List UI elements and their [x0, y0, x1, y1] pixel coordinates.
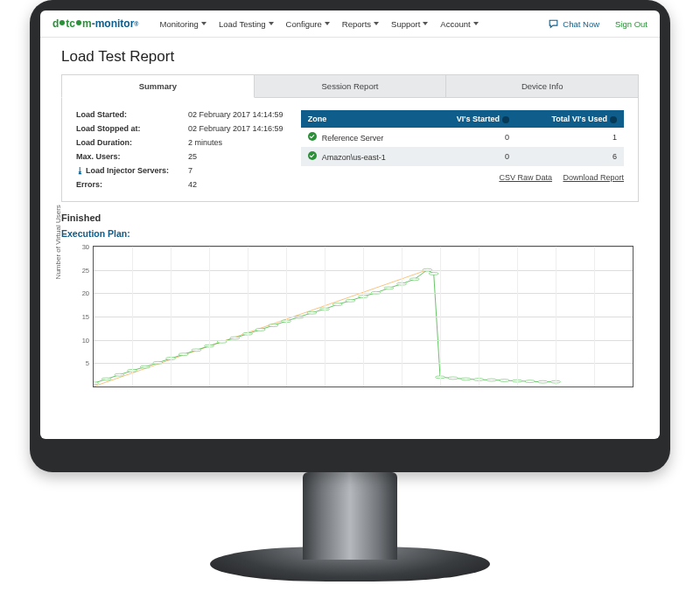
logo-text: d	[52, 17, 59, 30]
svg-point-35	[525, 380, 535, 383]
chevron-down-icon	[473, 22, 479, 25]
svg-point-33	[500, 380, 509, 382]
download-report-link[interactable]: Download Report	[563, 173, 624, 182]
meta-value: 2 minutes	[188, 138, 284, 147]
meta-label: Load Stopped at:	[76, 124, 169, 133]
svg-point-1	[102, 378, 111, 380]
nav-configure[interactable]: Configure	[286, 19, 330, 29]
chart-plot-area: 51015202530	[93, 246, 634, 387]
svg-point-4	[140, 366, 150, 368]
nav-reports[interactable]: Reports	[342, 19, 379, 29]
svg-point-32	[486, 379, 496, 381]
nav-monitoring[interactable]: Monitoring	[160, 19, 206, 29]
execution-plan-chart: Number of Virtual Users 51015202530	[61, 242, 639, 391]
csv-raw-data-link[interactable]: CSV Raw Data	[499, 173, 552, 182]
zone-col-header: Total VI's Used	[516, 110, 624, 128]
chart-y-tick: 25	[82, 266, 89, 274]
summary-panel: Load Started: 02 February 2017 14:14:59 …	[61, 98, 639, 202]
nav-account[interactable]: Account	[440, 19, 478, 29]
logo-dot-icon	[76, 20, 81, 25]
svg-point-20	[346, 299, 355, 302]
svg-point-10	[217, 340, 227, 343]
page-title: Load Test Report	[61, 48, 639, 66]
svg-point-30	[461, 378, 471, 380]
svg-point-27	[429, 272, 438, 275]
zone-name: Amazon\us-east-1	[322, 153, 386, 162]
meta-value: 42	[188, 180, 284, 189]
monitor-frame: dtcm-monitor® Monitoring Load Testing Co…	[30, 0, 670, 472]
info-icon[interactable]	[610, 116, 617, 123]
nav-support[interactable]: Support	[391, 19, 428, 29]
svg-point-19	[332, 303, 342, 306]
svg-point-7	[178, 353, 188, 356]
svg-point-8	[192, 349, 201, 352]
page-body: Load Test Report Summary Session Report …	[40, 38, 660, 439]
chevron-down-icon	[325, 22, 330, 25]
svg-point-0	[94, 382, 99, 385]
execution-plan-title: Execution Plan:	[61, 228, 639, 239]
svg-point-36	[538, 380, 548, 383]
chat-now-link[interactable]: Chat Now	[548, 18, 599, 30]
meta-value: 25	[188, 152, 284, 161]
tab-summary[interactable]: Summary	[61, 74, 255, 98]
svg-point-13	[256, 328, 265, 331]
svg-point-23	[384, 287, 394, 289]
zone-table: Zone VI's Started Total VI's Used Refere…	[301, 110, 624, 166]
sign-out-link[interactable]: Sign Out	[615, 19, 648, 29]
nav-label: Monitoring	[160, 19, 199, 29]
main-nav: Monitoring Load Testing Configure Report…	[160, 19, 479, 29]
meta-label: Max. Users:	[76, 152, 169, 161]
meta-label: ⭳Load Injector Servers:	[76, 166, 169, 175]
zone-row: Amazon\us-east-1 0 6	[301, 147, 624, 166]
status-ok-icon	[308, 132, 317, 141]
chart-y-tick: 15	[82, 313, 89, 321]
download-icon: ⭳	[76, 166, 84, 175]
chart-y-tick: 5	[86, 359, 89, 367]
zone-table-wrap: Zone VI's Started Total VI's Used Refere…	[301, 110, 624, 189]
topbar: dtcm-monitor® Monitoring Load Testing Co…	[40, 10, 660, 38]
chevron-down-icon	[423, 22, 428, 25]
nav-label: Support	[391, 19, 420, 29]
meta-value: 02 February 2017 14:16:59	[188, 124, 284, 133]
chat-now-label: Chat Now	[563, 19, 599, 29]
nav-label: Configure	[286, 19, 322, 29]
nav-load-testing[interactable]: Load Testing	[219, 19, 274, 29]
meta-value: 02 February 2017 14:14:59	[188, 110, 284, 119]
chevron-down-icon	[269, 22, 274, 25]
app: dtcm-monitor® Monitoring Load Testing Co…	[40, 10, 660, 439]
svg-point-14	[269, 324, 278, 327]
svg-point-2	[115, 373, 124, 376]
tabs: Summary Session Report Device Info	[61, 74, 639, 98]
zone-started: 0	[425, 147, 516, 166]
chevron-down-icon	[374, 22, 379, 25]
meta-table: Load Started: 02 February 2017 14:14:59 …	[76, 110, 284, 189]
zone-used: 6	[516, 147, 624, 166]
svg-point-11	[230, 337, 240, 339]
topbar-right: Chat Now Sign Out	[548, 18, 648, 30]
chart-y-tick: 30	[82, 243, 89, 251]
zone-col-header: Zone	[301, 110, 426, 128]
logo[interactable]: dtcm-monitor®	[52, 17, 139, 30]
svg-point-17	[307, 311, 317, 314]
chart-y-axis-label: Number of Virtual Users	[54, 205, 62, 279]
tab-device-info[interactable]: Device Info	[446, 74, 639, 98]
meta-label: Load Started:	[76, 110, 169, 119]
zone-row: Reference Server 0 1	[301, 128, 624, 147]
zone-name: Reference Server	[322, 134, 384, 143]
svg-point-29	[448, 377, 458, 380]
meta-label: Load Duration:	[76, 138, 169, 147]
nav-label: Account	[440, 19, 470, 29]
tab-session-report[interactable]: Session Report	[255, 74, 447, 98]
chart-y-tick: 20	[82, 289, 89, 297]
chevron-down-icon	[201, 22, 206, 25]
zone-started: 0	[425, 128, 516, 147]
nav-label: Load Testing	[219, 19, 266, 29]
nav-label: Reports	[342, 19, 371, 29]
info-icon[interactable]	[502, 116, 509, 123]
chart-y-tick: 10	[82, 336, 89, 344]
status-finished: Finished	[61, 212, 639, 223]
export-links: CSV Raw Data Download Report	[301, 173, 624, 182]
logo-dot-icon	[60, 20, 65, 25]
zone-used: 1	[516, 128, 624, 147]
meta-value: 7	[188, 166, 284, 175]
